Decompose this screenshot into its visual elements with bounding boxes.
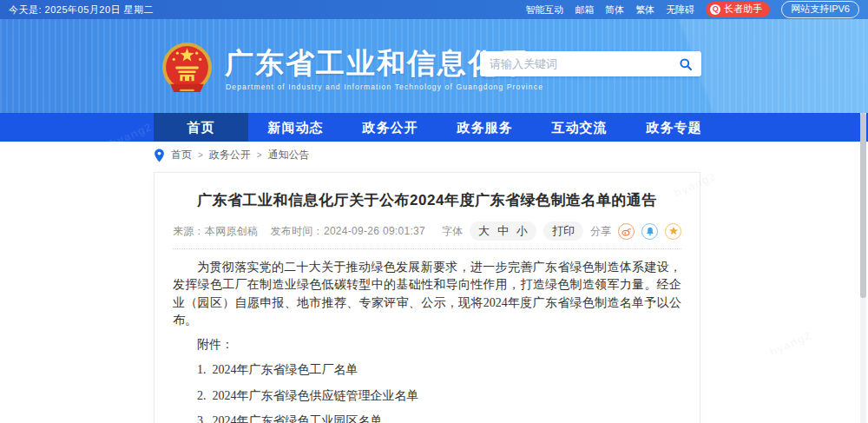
attachment-link-2[interactable]: 2. 2024年广东省绿色供应链管理企业名单 bbox=[173, 387, 681, 405]
attachment-link-1[interactable]: 1. 2024年广东省绿色工厂名单 bbox=[173, 361, 681, 379]
current-date: 今天是: 2025年05月20日 星期二 bbox=[9, 3, 154, 17]
nav-item-home[interactable]: 首页 bbox=[154, 113, 248, 142]
ipv6-badge[interactable]: 网站支持IPV6 bbox=[781, 1, 859, 18]
article-meta: 来源：本网原创稿发布时间：2024-09-26 09:01:37 字体 大 中 … bbox=[173, 221, 681, 249]
toplink-accessibility[interactable]: 无障碍 bbox=[666, 3, 694, 17]
search-icon bbox=[679, 57, 693, 71]
crumb-notices: 通知公告 bbox=[268, 148, 310, 162]
favorite-button[interactable] bbox=[665, 223, 681, 240]
nav-item-gov-services[interactable]: 政务服务 bbox=[437, 113, 532, 142]
attachments-label: 附件： bbox=[173, 336, 681, 354]
breadcrumb: 首页 > 政务公开 > 通知公告 bbox=[154, 148, 310, 162]
weibo-share-icon bbox=[621, 226, 632, 237]
scrollbar-thumb[interactable] bbox=[860, 113, 866, 298]
location-pin-icon bbox=[154, 149, 165, 162]
article-pubtime: 发布时间：2024-09-26 09:01:37 bbox=[270, 225, 425, 237]
article-title: 广东省工业和信息化厅关于公布2024年度广东省绿色制造名单的通告 bbox=[173, 190, 681, 210]
toplink-smart-interact[interactable]: 智能互动 bbox=[525, 3, 563, 17]
toplink-simplified[interactable]: 简体 bbox=[605, 3, 624, 17]
nav-item-news[interactable]: 新闻动态 bbox=[248, 113, 343, 142]
nav-item-interaction[interactable]: 互动交流 bbox=[532, 113, 627, 142]
toplink-traditional[interactable]: 繁体 bbox=[635, 3, 654, 17]
search-input[interactable] bbox=[490, 57, 677, 70]
toplink-mail[interactable]: 邮箱 bbox=[575, 3, 594, 17]
qq-share-button[interactable] bbox=[641, 223, 658, 240]
print-button[interactable]: 打印 bbox=[543, 221, 583, 241]
font-size-medium-button[interactable]: 中 bbox=[497, 223, 509, 239]
font-size-label: 字体 bbox=[442, 224, 463, 239]
article-paragraph: 为贯彻落实党的二十大关于推动绿色发展新要求，进一步完善广东省绿色制造体系建设，发… bbox=[173, 259, 681, 329]
site-search bbox=[480, 51, 701, 76]
top-utility-bar: 今天是: 2025年05月20日 星期二 智能互动 邮箱 简体 繁体 无障碍 Q… bbox=[0, 0, 868, 19]
font-size-large-button[interactable]: 大 bbox=[478, 223, 490, 239]
national-emblem-icon bbox=[159, 40, 215, 96]
crumb-gov-affairs[interactable]: 政务公开 bbox=[209, 148, 251, 162]
page: 今天是: 2025年05月20日 星期二 智能互动 邮箱 简体 繁体 无障碍 Q… bbox=[0, 0, 868, 423]
font-size-control: 大 中 小 bbox=[470, 221, 536, 241]
watermark: hyang2 bbox=[767, 328, 813, 359]
search-button[interactable] bbox=[677, 56, 694, 73]
nav-item-special-topics[interactable]: 政务专题 bbox=[627, 113, 721, 142]
article-body: 为贯彻落实党的二十大关于推动绿色发展新要求，进一步完善广东省绿色制造体系建设，发… bbox=[173, 259, 681, 423]
main-nav: 首页 新闻动态 政务公开 政务服务 互动交流 政务专题 bbox=[0, 113, 868, 142]
site-subtitle: Department of Industry and Information T… bbox=[226, 83, 543, 91]
weibo-share-button[interactable] bbox=[618, 223, 635, 240]
crumb-home[interactable]: 首页 bbox=[171, 148, 192, 162]
crumb-separator: > bbox=[198, 150, 203, 160]
nav-item-gov-affairs[interactable]: 政务公开 bbox=[343, 113, 437, 142]
elder-helper-icon: Q bbox=[710, 4, 720, 15]
crumb-separator: > bbox=[257, 150, 262, 160]
qq-share-icon bbox=[645, 226, 655, 237]
article-source: 来源：本网原创稿 bbox=[173, 225, 258, 237]
elder-helper-label: 长者助手 bbox=[724, 3, 762, 16]
article-card: 广东省工业和信息化厅关于公布2024年度广东省绿色制造名单的通告 来源：本网原创… bbox=[154, 172, 700, 423]
font-size-small-button[interactable]: 小 bbox=[516, 223, 528, 239]
elder-helper-button[interactable]: Q 长者助手 bbox=[706, 2, 770, 17]
share-label[interactable]: 分享 bbox=[590, 224, 611, 239]
attachment-link-3[interactable]: 3. 2024年广东省绿色工业园区名单 bbox=[173, 413, 681, 423]
star-icon bbox=[668, 226, 679, 236]
